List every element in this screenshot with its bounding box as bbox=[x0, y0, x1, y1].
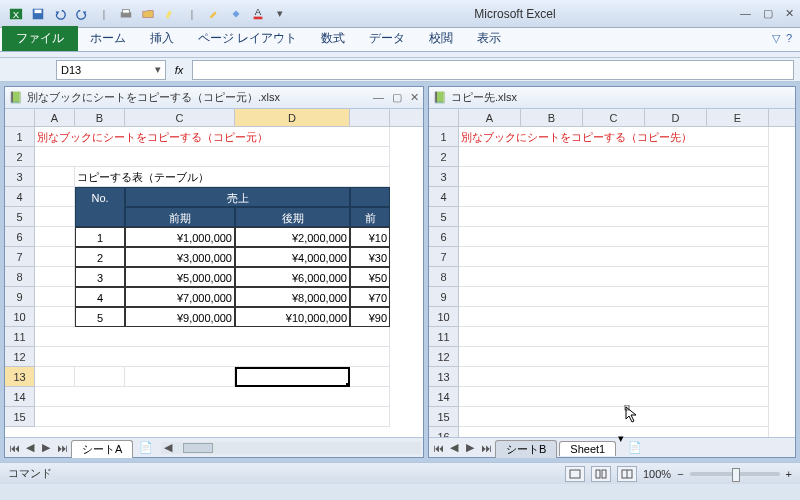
table-cell[interactable]: ¥10 bbox=[350, 227, 390, 247]
sheet-tab-b[interactable]: シートB bbox=[495, 440, 557, 458]
view-pagebreak-icon[interactable] bbox=[617, 466, 637, 482]
row-10[interactable]: 10 bbox=[429, 307, 459, 327]
row-15[interactable]: 15 bbox=[5, 407, 35, 427]
tab-data[interactable]: データ bbox=[357, 26, 417, 51]
row-9[interactable]: 9 bbox=[429, 287, 459, 307]
zoom-in-icon[interactable]: + bbox=[786, 468, 792, 480]
row-14[interactable]: 14 bbox=[5, 387, 35, 407]
wb-min-icon[interactable]: ― bbox=[373, 91, 384, 104]
col-D[interactable]: D bbox=[645, 109, 707, 126]
sheet-tab-a[interactable]: シートA bbox=[71, 440, 133, 458]
row-16[interactable]: 16 bbox=[429, 427, 459, 437]
col-D[interactable]: D bbox=[235, 109, 350, 126]
row-8[interactable]: 8 bbox=[5, 267, 35, 287]
formula-input[interactable] bbox=[192, 60, 794, 80]
close-icon[interactable]: ✕ bbox=[785, 7, 794, 20]
col-C[interactable]: C bbox=[583, 109, 645, 126]
tab-pagelayout[interactable]: ページ レイアウト bbox=[186, 26, 309, 51]
brush-icon[interactable] bbox=[204, 4, 224, 24]
wb-close-icon[interactable]: ✕ bbox=[410, 91, 419, 104]
table-cell[interactable]: ¥4,000,000 bbox=[235, 247, 350, 267]
row-1[interactable]: 1 bbox=[5, 127, 35, 147]
row-1[interactable]: 1 bbox=[429, 127, 459, 147]
name-box[interactable]: D13 ▾ bbox=[56, 60, 166, 80]
tab-formulas[interactable]: 数式 bbox=[309, 26, 357, 51]
help-icon[interactable]: ? bbox=[786, 32, 792, 45]
col-E[interactable] bbox=[350, 109, 390, 126]
select-all-corner[interactable] bbox=[429, 109, 459, 126]
ribbon-min-icon[interactable]: ▽ bbox=[772, 32, 780, 45]
print-icon[interactable] bbox=[116, 4, 136, 24]
tab-review[interactable]: 校閲 bbox=[417, 26, 465, 51]
tab-nav-next-icon[interactable]: ▶ bbox=[463, 441, 477, 455]
row-4[interactable]: 4 bbox=[5, 187, 35, 207]
tab-insert[interactable]: 挿入 bbox=[138, 26, 186, 51]
open-icon[interactable] bbox=[138, 4, 158, 24]
minimize-icon[interactable]: ― bbox=[740, 7, 751, 20]
table-cell[interactable]: ¥7,000,000 bbox=[125, 287, 235, 307]
tab-view[interactable]: 表示 bbox=[465, 26, 513, 51]
col-B[interactable]: B bbox=[75, 109, 125, 126]
select-all-corner[interactable] bbox=[5, 109, 35, 126]
tab-nav-last-icon[interactable]: ⏭ bbox=[479, 441, 493, 455]
zoom-slider[interactable] bbox=[690, 472, 780, 476]
row-2[interactable]: 2 bbox=[429, 147, 459, 167]
table-cell[interactable]: ¥90 bbox=[350, 307, 390, 327]
table-cell[interactable]: ¥50 bbox=[350, 267, 390, 287]
row-4[interactable]: 4 bbox=[429, 187, 459, 207]
row-5[interactable]: 5 bbox=[5, 207, 35, 227]
row-12[interactable]: 12 bbox=[5, 347, 35, 367]
maximize-icon[interactable]: ▢ bbox=[763, 7, 773, 20]
table-cell[interactable]: ¥3,000,000 bbox=[125, 247, 235, 267]
tab-nav-prev-icon[interactable]: ◀ bbox=[23, 441, 37, 455]
zoom-out-icon[interactable]: − bbox=[677, 468, 683, 480]
table-cell[interactable]: 5 bbox=[75, 307, 125, 327]
tab-nav-prev-icon[interactable]: ◀ bbox=[447, 441, 461, 455]
table-cell[interactable]: ¥9,000,000 bbox=[125, 307, 235, 327]
tab-home[interactable]: ホーム bbox=[78, 26, 138, 51]
row-13[interactable]: 13 bbox=[429, 367, 459, 387]
grid-target[interactable]: A B C D E 1別なブックにシートをコピーする（コピー先） 2 3 4 5… bbox=[429, 109, 795, 437]
table-cell[interactable]: 1 bbox=[75, 227, 125, 247]
dropdown-icon[interactable]: ▾ bbox=[270, 4, 290, 24]
th-prev2[interactable]: 前 bbox=[350, 207, 390, 227]
view-normal-icon[interactable] bbox=[565, 466, 585, 482]
row-7[interactable]: 7 bbox=[429, 247, 459, 267]
col-E[interactable]: E bbox=[707, 109, 769, 126]
table-cell[interactable]: ¥30 bbox=[350, 247, 390, 267]
grid-source[interactable]: A B C D 1別なブックにシートをコピーする（コピー元） 2 3コピーする表… bbox=[5, 109, 423, 437]
table-cell[interactable]: 4 bbox=[75, 287, 125, 307]
row-15[interactable]: 15 bbox=[429, 407, 459, 427]
row-6[interactable]: 6 bbox=[429, 227, 459, 247]
tab-file[interactable]: ファイル bbox=[2, 26, 78, 51]
table-cell[interactable]: 2 bbox=[75, 247, 125, 267]
tab-nav-last-icon[interactable]: ⏭ bbox=[55, 441, 69, 455]
th-no[interactable]: No. bbox=[75, 187, 125, 207]
row-12[interactable]: 12 bbox=[429, 347, 459, 367]
row-2[interactable]: 2 bbox=[5, 147, 35, 167]
col-A[interactable]: A bbox=[459, 109, 521, 126]
tab-nav-first-icon[interactable]: ⏮ bbox=[431, 441, 445, 455]
row-13[interactable]: 13 bbox=[5, 367, 35, 387]
table-cell[interactable]: ¥8,000,000 bbox=[235, 287, 350, 307]
row-8[interactable]: 8 bbox=[429, 267, 459, 287]
table-cell[interactable]: ¥1,000,000 bbox=[125, 227, 235, 247]
bucket-icon[interactable] bbox=[226, 4, 246, 24]
col-C[interactable]: C bbox=[125, 109, 235, 126]
table-cell[interactable]: ¥2,000,000 bbox=[235, 227, 350, 247]
th-prev[interactable]: 前期 bbox=[125, 207, 235, 227]
h-scrollbar[interactable]: ◀ bbox=[161, 442, 421, 454]
th-curr[interactable]: 後期 bbox=[235, 207, 350, 227]
row-7[interactable]: 7 bbox=[5, 247, 35, 267]
row-11[interactable]: 11 bbox=[5, 327, 35, 347]
th-sales[interactable]: 売上 bbox=[125, 187, 350, 207]
color-icon[interactable]: A bbox=[248, 4, 268, 24]
chevron-down-icon[interactable]: ▾ bbox=[155, 63, 161, 76]
heading-cell[interactable]: 別なブックにシートをコピーする（コピー元） bbox=[35, 127, 390, 147]
col-B[interactable]: B bbox=[521, 109, 583, 126]
row-11[interactable]: 11 bbox=[429, 327, 459, 347]
new-sheet-icon[interactable]: 📄 bbox=[628, 441, 642, 454]
active-cell-D13[interactable] bbox=[235, 367, 350, 387]
table-cell[interactable]: 3 bbox=[75, 267, 125, 287]
table-caption[interactable]: コピーする表（テーブル） bbox=[75, 167, 390, 187]
